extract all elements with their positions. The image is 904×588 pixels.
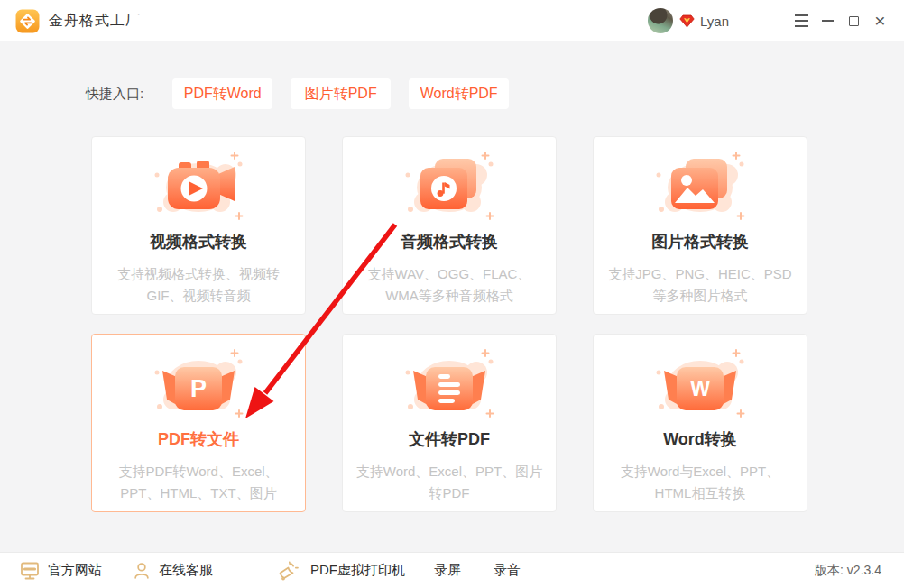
image-photo-icon <box>594 150 807 225</box>
card-title: Word转换 <box>594 428 807 450</box>
feature-card-grid: 视频格式转换 支持视频格式转换、视频转GIF、视频转音频 <box>91 136 807 512</box>
footer-item-label: 录音 <box>494 562 521 579</box>
footer-item-label: 在线客服 <box>159 562 213 579</box>
word-letter-box-icon: W <box>594 347 807 423</box>
version-label: 版本: v2.3.4 <box>815 563 881 579</box>
quick-button-word-to-pdf[interactable]: Word转PDF <box>409 78 509 109</box>
audio-folder-icon <box>343 150 556 225</box>
monitor-icon <box>19 560 41 581</box>
maximize-icon[interactable] <box>841 7 867 34</box>
app-window: 金舟格式工厂 Lyan × 快捷入口: PDF转Word 图片转PDF <box>0 0 904 588</box>
user-name[interactable]: Lyan <box>700 14 729 29</box>
document-lines-box-icon <box>343 347 556 423</box>
card-pdf-to-file[interactable]: P PDF转文件 支持PDF转Word、Excel、PPT、HTML、TXT、图… <box>91 334 306 512</box>
close-icon[interactable]: × <box>867 7 893 34</box>
vip-badge-icon <box>679 14 695 28</box>
footer-pdf-virtual-printer[interactable]: PDF虚拟打印机 <box>276 560 405 582</box>
megaphone-icon <box>276 560 299 582</box>
app-title: 金舟格式工厂 <box>49 12 141 31</box>
card-description: 支持WAV、OGG、FLAC、WMA等多种音频格式 <box>354 263 545 307</box>
app-logo-icon <box>15 9 40 33</box>
main-area: 快捷入口: PDF转Word 图片转PDF Word转PDF <box>0 41 904 552</box>
card-file-to-pdf[interactable]: 文件转PDF 支持Word、Excel、PPT、图片转PDF <box>342 334 557 512</box>
svg-text:W: W <box>690 377 710 400</box>
footer-audio-record[interactable]: 录音 <box>494 562 521 579</box>
footer-bar: 官方网站 在线客服 PDF虚拟打印机 录屏 <box>0 552 904 588</box>
card-title: 文件转PDF <box>343 428 556 450</box>
card-title: PDF转文件 <box>92 428 305 450</box>
person-icon <box>132 561 152 581</box>
title-bar: 金舟格式工厂 Lyan × <box>0 0 904 41</box>
menu-icon[interactable] <box>789 7 815 34</box>
quick-button-pdf-to-word[interactable]: PDF转Word <box>172 78 272 109</box>
card-description: 支持视频格式转换、视频转GIF、视频转音频 <box>103 263 294 307</box>
footer-online-support[interactable]: 在线客服 <box>132 561 213 581</box>
user-avatar[interactable] <box>648 8 673 33</box>
card-title: 视频格式转换 <box>92 231 305 253</box>
card-audio-convert[interactable]: 音频格式转换 支持WAV、OGG、FLAC、WMA等多种音频格式 <box>342 136 557 315</box>
card-title: 图片格式转换 <box>594 231 807 253</box>
card-image-convert[interactable]: 图片格式转换 支持JPG、PNG、HEIC、PSD等多种图片格式 <box>593 136 807 315</box>
card-description: 支持Word、Excel、PPT、图片转PDF <box>354 461 545 504</box>
svg-text:P: P <box>190 375 207 402</box>
footer-screen-record[interactable]: 录屏 <box>434 562 461 579</box>
minimize-icon[interactable] <box>815 7 841 34</box>
card-description: 支持JPG、PNG、HEIC、PSD等多种图片格式 <box>604 263 796 307</box>
quick-entry-row: 快捷入口: PDF转Word 图片转PDF Word转PDF <box>86 78 527 109</box>
quick-button-image-to-pdf[interactable]: 图片转PDF <box>291 78 391 109</box>
footer-official-website[interactable]: 官方网站 <box>19 560 102 581</box>
video-camera-icon <box>92 150 305 225</box>
card-description: 支持PDF转Word、Excel、PPT、HTML、TXT、图片 <box>103 461 294 504</box>
footer-item-label: 录屏 <box>434 562 461 579</box>
card-word-convert[interactable]: W Word转换 支持Word与Excel、PPT、HTML相互转换 <box>593 334 807 512</box>
card-video-convert[interactable]: 视频格式转换 支持视频格式转换、视频转GIF、视频转音频 <box>91 136 306 315</box>
footer-item-label: PDF虚拟打印机 <box>310 562 405 579</box>
footer-item-label: 官方网站 <box>48 562 102 579</box>
card-title: 音频格式转换 <box>343 231 556 253</box>
window-controls: × <box>789 7 893 34</box>
pdf-letter-box-icon: P <box>92 347 305 423</box>
quick-entry-label: 快捷入口: <box>86 86 143 103</box>
card-description: 支持Word与Excel、PPT、HTML相互转换 <box>604 461 796 504</box>
